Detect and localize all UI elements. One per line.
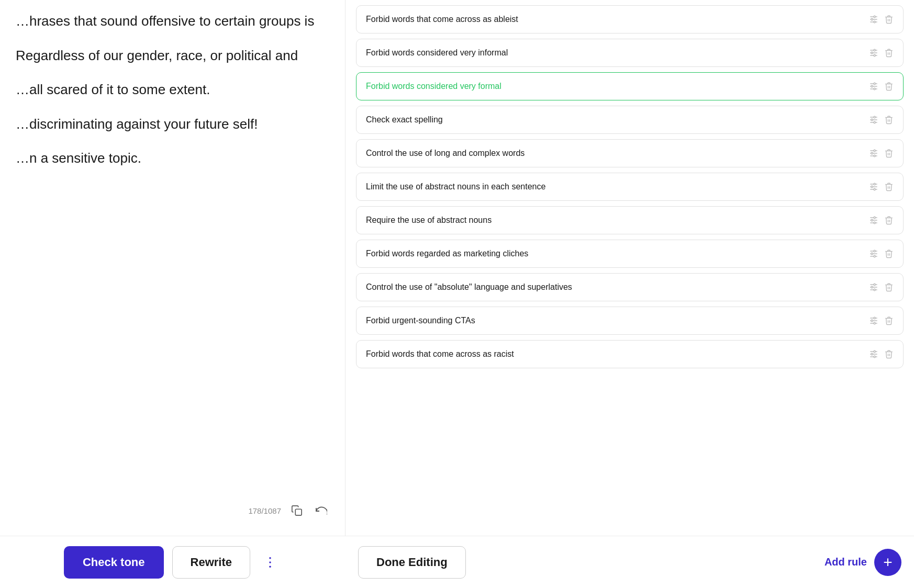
rule-delete-button-8[interactable]	[884, 249, 894, 258]
svg-point-64	[874, 350, 875, 352]
svg-point-67	[269, 557, 271, 559]
svg-point-41	[871, 219, 873, 221]
svg-point-24	[874, 121, 875, 123]
svg-point-18	[874, 88, 875, 89]
rule-actions-10	[868, 315, 894, 326]
rule-label-4: Check exact spelling	[366, 115, 443, 125]
rule-actions-9	[868, 282, 894, 292]
rule-settings-button-7[interactable]	[868, 215, 879, 225]
rule-settings-button-9[interactable]	[868, 282, 879, 292]
more-options-button[interactable]	[259, 551, 282, 574]
rule-settings-button-3[interactable]	[868, 81, 879, 92]
rule-delete-button-6[interactable]	[884, 182, 894, 191]
rule-item-6: Limit the use of abstract nouns in each …	[356, 173, 904, 201]
main-area: …hrases that sound offensive to certain …	[0, 0, 914, 536]
rule-actions-5	[868, 148, 894, 159]
svg-point-68	[269, 561, 271, 563]
bottom-right: Done Editing Add rule +	[345, 546, 914, 579]
rule-label-2: Forbid words considered very informal	[366, 48, 508, 58]
editor-line-5: …n a sensitive topic.	[16, 148, 329, 169]
bottom-left: Check tone Rewrite	[0, 546, 345, 579]
editor-line-4: …discriminating against your future self…	[16, 114, 329, 135]
rule-label-6: Limit the use of abstract nouns in each …	[366, 182, 545, 191]
svg-point-12	[874, 54, 875, 56]
svg-point-59	[871, 320, 873, 321]
rule-settings-button-10[interactable]	[868, 315, 879, 326]
rule-item-10: Forbid urgent-sounding CTAs	[356, 307, 904, 335]
rule-item-11: Forbid words that come across as racist	[356, 340, 904, 368]
rule-actions-6	[868, 182, 894, 192]
rule-item-1: Forbid words that come across as ableist	[356, 5, 904, 33]
rule-delete-button-9[interactable]	[884, 282, 894, 292]
rule-settings-button-11[interactable]	[868, 349, 879, 359]
add-rule-label[interactable]: Add rule	[824, 556, 867, 568]
rule-label-11: Forbid words that come across as racist	[366, 349, 514, 359]
rule-actions-4	[868, 115, 894, 125]
rule-label-5: Control the use of long and complex word…	[366, 149, 525, 158]
svg-point-11	[871, 52, 873, 53]
rule-delete-button-5[interactable]	[884, 149, 894, 158]
svg-point-60	[874, 322, 875, 324]
svg-point-17	[871, 85, 873, 87]
add-rule-area: Add rule +	[824, 549, 901, 576]
svg-point-40	[874, 217, 875, 218]
rule-item-9: Control the use of "absolute" language a…	[356, 273, 904, 301]
svg-point-10	[874, 49, 875, 51]
rule-delete-button-7[interactable]	[884, 216, 894, 225]
add-rule-button[interactable]: +	[874, 549, 901, 576]
svg-point-22	[874, 116, 875, 118]
rule-label-8: Forbid words regarded as marketing clich…	[366, 249, 528, 258]
svg-point-65	[871, 353, 873, 355]
svg-point-42	[874, 222, 875, 223]
svg-point-46	[874, 250, 875, 252]
check-tone-button[interactable]: Check tone	[64, 546, 164, 579]
editor-panel: …hrases that sound offensive to certain …	[0, 0, 345, 536]
rule-actions-7	[868, 215, 894, 225]
editor-line-1: …hrases that sound offensive to certain …	[16, 10, 329, 32]
rules-panel: Forbid words that come across as ableist…	[345, 0, 914, 536]
svg-point-5	[871, 18, 873, 20]
word-count: 178/1087	[248, 506, 281, 515]
bottom-bar: Check tone Rewrite Done Editing Add rule…	[0, 536, 914, 588]
svg-point-23	[871, 119, 873, 120]
rule-settings-button-6[interactable]	[868, 182, 879, 192]
undo-button[interactable]	[313, 502, 329, 519]
svg-point-35	[871, 186, 873, 187]
rule-delete-button-10[interactable]	[884, 316, 894, 325]
rule-actions-11	[868, 349, 894, 359]
rule-settings-button-4[interactable]	[868, 115, 879, 125]
rule-item-7: Require the use of abstract nouns	[356, 206, 904, 234]
rule-delete-button-4[interactable]	[884, 115, 894, 125]
rule-settings-button-5[interactable]	[868, 148, 879, 159]
svg-point-52	[874, 284, 875, 285]
rule-delete-button-1[interactable]	[884, 15, 894, 24]
svg-point-66	[874, 356, 875, 357]
svg-point-54	[874, 289, 875, 290]
rewrite-button[interactable]: Rewrite	[172, 546, 250, 579]
rule-actions-8	[868, 248, 894, 259]
svg-point-48	[874, 255, 875, 257]
rule-settings-button-1[interactable]	[868, 14, 879, 25]
svg-point-58	[874, 317, 875, 319]
done-editing-button[interactable]: Done Editing	[358, 546, 466, 579]
svg-point-36	[874, 188, 875, 190]
editor-footer: 178/1087	[16, 496, 329, 525]
rule-settings-button-8[interactable]	[868, 248, 879, 259]
copy-button[interactable]	[288, 502, 305, 519]
editor-line-2: Regardless of our gender, race, or polit…	[16, 45, 329, 67]
rule-settings-button-2[interactable]	[868, 48, 879, 58]
rule-item-2: Forbid words considered very informal	[356, 39, 904, 67]
rule-actions-2	[868, 48, 894, 58]
editor-line-3: …all scared of it to some extent.	[16, 79, 329, 101]
rule-delete-button-11[interactable]	[884, 349, 894, 359]
svg-point-34	[874, 183, 875, 185]
rule-item-8: Forbid words regarded as marketing clich…	[356, 240, 904, 268]
svg-point-30	[874, 155, 875, 156]
svg-point-29	[871, 152, 873, 154]
rule-delete-button-3[interactable]	[884, 82, 894, 91]
svg-point-69	[269, 566, 271, 568]
rule-actions-1	[868, 14, 894, 25]
rule-label-1: Forbid words that come across as ableist	[366, 15, 518, 24]
rule-delete-button-2[interactable]	[884, 48, 894, 58]
rule-item-4: Check exact spelling	[356, 106, 904, 134]
